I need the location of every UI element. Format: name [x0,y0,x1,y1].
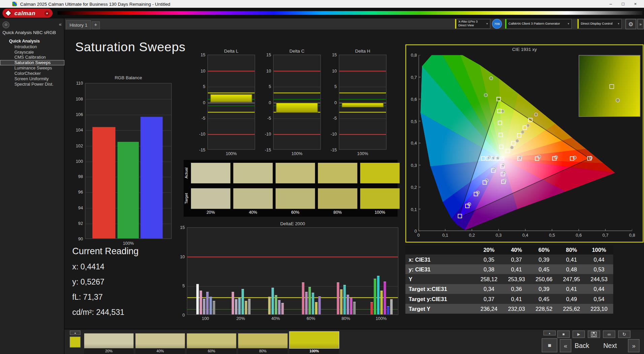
next-chevron-button[interactable]: » [628,339,639,352]
sidebar-item-luminance-sweeps[interactable]: Luminance Sweeps [0,65,64,71]
y-tick-label: 96 [70,189,83,195]
pattern-swatch-40%[interactable] [135,333,185,348]
next-button[interactable]: Next [603,342,617,350]
y-tick-label: 5 [259,84,271,89]
chevron-left-icon: « [564,342,567,349]
table-cell-value: 0,49 [558,296,585,302]
gear-icon: ⚙ [628,21,633,28]
y-tick-label: -15 [259,147,271,152]
deltae-bar [343,285,346,315]
table-cell-value: 0,54 [585,296,613,302]
strip-up-button[interactable]: ▴ [70,330,80,335]
tab-history-1[interactable]: History 1 [66,20,91,30]
gridline [208,118,255,119]
table-cell-value: 225,62 [558,306,585,312]
pattern-swatch-80%[interactable] [238,333,287,348]
pattern-generator-dropdown[interactable]: CalMAN Client 3 Pattern Generator ▼ [505,19,572,29]
tab-bar: History 1 + X-Rite i1Pro 3 Direct View ▼… [64,19,644,30]
red-bar [92,127,115,238]
add-tab-button[interactable]: + [92,21,100,29]
square-icon: ■ [548,342,551,349]
close-button[interactable]: × [629,0,642,8]
pattern-generator-label: CalMAN Client 3 Pattern Generator [507,22,566,26]
tree-root-quick-analysis[interactable]: Quick Analysis [0,37,64,44]
chevron-down-icon: ▼ [484,23,490,25]
deltae-bar [196,284,199,315]
display-control-dropdown[interactable]: Direct Display Control ▼ [577,19,622,29]
current-reading-title: Current Reading [72,246,139,257]
table-cell-value: 0,45 [530,296,558,302]
table-cell-value: 0,37 [475,296,503,302]
deltae-bar [232,292,234,315]
y-tick-label: -5 [193,116,205,121]
table-header-cell: 20% [475,247,503,253]
cie-x-tick-label: 0,2 [466,233,477,238]
sidebar-item-introduction[interactable]: Introduction [0,44,64,49]
sidebar-item-grayscale[interactable]: Grayscale [0,49,64,55]
play-button[interactable]: ▶ [573,330,585,338]
green-bar [118,142,139,239]
pattern-window-button[interactable]: ■ [542,338,557,352]
settings-gear-button[interactable]: ⚙ [625,19,636,29]
table-row: Y258,12253,93250,66247,95244,53 [406,274,613,284]
table-row: Target Y236,24232,03228,52225,62223,10 [406,304,613,314]
deltae-bar [305,292,308,315]
back-chevron-button[interactable]: « [560,339,571,352]
minimize-button[interactable]: – [605,0,617,8]
y-tick-label: 98 [70,174,83,179]
save-button[interactable] [588,330,600,338]
pattern-swatch-60%[interactable] [187,333,236,348]
table-cell-value: 258,12 [475,276,503,282]
maximize-button[interactable]: □ [617,0,630,8]
cie-y-tick-label: 0,2 [407,185,417,190]
calman-logo-button[interactable]: calman ▼ [2,9,53,18]
deltae-bar [312,293,314,315]
sidebar-collapse-button[interactable]: « [59,21,62,27]
refresh-button[interactable]: ↻ [618,330,631,338]
sidebar-item-cms-calibration[interactable]: CMS Calibration [0,55,64,60]
cie-x-tick-label: 0,7 [600,233,611,238]
reference-line [273,99,320,99]
target-swatch-20% [191,188,230,209]
meter-dropdown[interactable]: X-Rite i1Pro 3 Direct View ▼ [455,19,490,29]
back-button[interactable]: Back [575,342,589,350]
workflow-title: Quick Analysis NBC sRGB [2,30,56,35]
spectrum-strip [58,11,642,15]
actual-swatch-60% [276,163,315,183]
chevron-up-icon: ▴ [74,331,76,334]
transport-up-button[interactable]: ▴ [543,330,556,335]
nav-circle-button[interactable]: ⊙ [2,21,9,28]
y-tick-label: 94 [70,205,83,210]
delta-bar [210,94,252,102]
deltae-bar [248,299,251,315]
y-tick-label: 5 [172,283,185,288]
pattern-swatch-20%[interactable] [84,333,133,348]
target-swatch-60% [276,188,315,209]
sidebar-item-screen-uniformity[interactable]: Screen Uniformity [0,76,64,82]
panel-expand-button[interactable]: » [637,19,643,29]
table-cell-value: 0,41 [503,296,530,302]
sidebar-item-spectral-power-dist-[interactable]: Spectral Power Dist. [0,81,64,87]
swatch-label: 80% [318,210,357,214]
reference-line [273,70,320,71]
sidebar-item-saturation-sweeps[interactable]: Saturation Sweeps [0,60,64,65]
table-cell-value: 0,44 [585,256,613,262]
table-header-cell: 40% [503,247,530,253]
pattern-swatch-100%[interactable] [290,332,339,348]
deltae-bar [390,299,392,315]
deltae-category-label: 20% [232,316,250,321]
stop-button[interactable]: ■ [557,330,570,338]
y-tick-label: 10 [259,68,271,73]
reference-line [339,99,386,99]
sidebar-item-colorchecker[interactable]: ColorChecker [0,71,64,76]
table-cell-value: 0,41 [558,256,585,262]
gridline [339,87,386,87]
logo-dropdown-caret-icon[interactable]: ▼ [44,10,50,16]
y-tick-label: 5 [193,84,205,89]
reference-line [187,297,398,298]
stop-icon: ■ [562,332,565,336]
cie-y-tick-label: 0,3 [407,163,417,168]
table-cell-value: 0,44 [585,286,613,292]
rec709-badge[interactable]: 709 [492,19,502,29]
link-button[interactable]: ∞ [603,330,615,338]
